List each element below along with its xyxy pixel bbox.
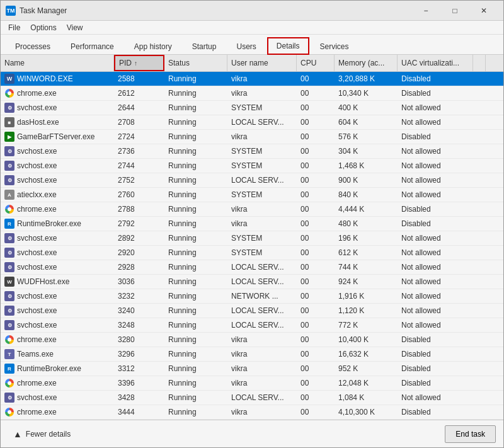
cell-uac: Disabled — [398, 362, 473, 376]
table-row[interactable]: ⚙ svchost.exe 3248 Running LOCAL SERV...… — [1, 318, 503, 333]
table-row[interactable]: ⚙ svchost.exe 3428 Running LOCAL SERV...… — [1, 391, 503, 405]
process-name: svchost.exe — [17, 248, 57, 257]
cell-pid: 2724 — [114, 130, 164, 144]
table-row[interactable]: W WUDFHost.exe 3036 Running LOCAL SERV..… — [1, 275, 503, 289]
cell-name: chrome.exe — [1, 405, 114, 419]
cell-user: LOCAL SERV... — [227, 275, 297, 289]
col-pid[interactable]: PID ↑ — [114, 55, 164, 71]
cell-user: SYSTEM — [227, 246, 297, 260]
cell-name: T Teams.exe — [1, 347, 114, 361]
col-uac[interactable]: UAC virtualizati... — [398, 55, 473, 71]
menu-options[interactable]: Options — [25, 22, 61, 33]
cell-memory: 1,468 K — [335, 159, 398, 173]
cell-name: ⚙ svchost.exe — [1, 173, 114, 187]
menu-view[interactable]: View — [62, 22, 88, 33]
table-row[interactable]: A atieclxx.exe 2760 Running SYSTEM 00 84… — [1, 188, 503, 202]
cell-user: SYSTEM — [227, 144, 297, 158]
table-row[interactable]: T Teams.exe 3296 Running vikra 00 16,632… — [1, 347, 503, 362]
cell-status: Running — [164, 231, 227, 245]
table-row[interactable]: ⚙ svchost.exe 2892 Running SYSTEM 00 196… — [1, 231, 503, 246]
cell-name: ⚙ svchost.exe — [1, 159, 114, 173]
tab-processes[interactable]: Processes — [6, 38, 60, 55]
cell-pid: 3240 — [114, 304, 164, 318]
cell-memory: 1,084 K — [335, 391, 398, 405]
col-cpu[interactable]: CPU — [297, 55, 335, 71]
fewer-details-button[interactable]: ▲ Fewer details — [8, 427, 76, 442]
cell-user: LOCAL SERV... — [227, 318, 297, 332]
cell-uac: Not allowed — [398, 173, 473, 187]
cell-user: LOCAL SERV... — [227, 260, 297, 274]
cell-memory: 16,632 K — [335, 347, 398, 361]
table-row[interactable]: chrome.exe 2788 Running vikra 00 4,444 K… — [1, 202, 503, 217]
tab-users[interactable]: Users — [227, 38, 265, 55]
cell-cpu: 00 — [297, 275, 335, 289]
close-button[interactable]: ✕ — [469, 1, 498, 21]
cell-uac: Not allowed — [398, 159, 473, 173]
cell-uac: Disabled — [398, 217, 473, 231]
col-username[interactable]: User name — [227, 55, 297, 71]
cell-name: ▶ GameBarFTServer.exe — [1, 130, 114, 144]
process-name: svchost.exe — [17, 176, 57, 185]
col-memory[interactable]: Memory (ac... — [335, 55, 398, 71]
cell-end — [473, 405, 486, 419]
table-row[interactable]: ⚙ svchost.exe 3232 Running NETWORK ... 0… — [1, 289, 503, 304]
table-row[interactable]: ▶ GameBarFTServer.exe 2724 Running vikra… — [1, 130, 503, 144]
menu-file[interactable]: File — [3, 22, 25, 33]
table-row[interactable]: chrome.exe 3280 Running vikra 00 10,400 … — [1, 333, 503, 347]
table-row[interactable]: ⚙ svchost.exe 2744 Running SYSTEM 00 1,4… — [1, 159, 503, 173]
table-row[interactable]: ⚙ svchost.exe 2928 Running LOCAL SERV...… — [1, 260, 503, 275]
tab-app-history[interactable]: App history — [125, 38, 181, 55]
table-row[interactable]: ⚙ svchost.exe 2644 Running SYSTEM 00 400… — [1, 101, 503, 115]
cell-status: Running — [164, 391, 227, 405]
cell-memory: 3,20,888 K — [335, 72, 398, 86]
tab-performance[interactable]: Performance — [61, 38, 123, 55]
table-body[interactable]: W WINWORD.EXE 2588 Running vikra 00 3,20… — [1, 72, 503, 420]
table-row[interactable]: ■ dasHost.exe 2708 Running LOCAL SERV...… — [1, 115, 503, 130]
table-row[interactable]: R RuntimeBroker.exe 3312 Running vikra 0… — [1, 362, 503, 376]
table-row[interactable]: chrome.exe 3444 Running vikra 00 4,10,30… — [1, 405, 503, 420]
table-row[interactable]: ⚙ svchost.exe 3240 Running LOCAL SERV...… — [1, 304, 503, 318]
cell-cpu: 00 — [297, 72, 335, 86]
cell-uac: Not allowed — [398, 144, 473, 158]
cell-memory: 10,400 K — [335, 333, 398, 347]
table-row[interactable]: ⚙ svchost.exe 2736 Running SYSTEM 00 304… — [1, 144, 503, 159]
col-name[interactable]: Name — [1, 55, 114, 71]
minimize-button[interactable]: − — [411, 1, 440, 21]
maximize-button[interactable]: □ — [440, 1, 469, 21]
cell-status: Running — [164, 376, 227, 390]
cell-cpu: 00 — [297, 362, 335, 376]
table-header: Name PID ↑ Status User name CPU Memory (… — [1, 55, 503, 72]
process-name: RuntimeBroker.exe — [17, 219, 81, 228]
process-name: svchost.exe — [17, 103, 57, 112]
table-row[interactable]: chrome.exe 2612 Running vikra 00 10,340 … — [1, 86, 503, 101]
tab-services[interactable]: Services — [311, 38, 358, 55]
cell-user: vikra — [227, 333, 297, 347]
cell-cpu: 00 — [297, 231, 335, 245]
cell-pid: 3232 — [114, 289, 164, 303]
cell-status: Running — [164, 347, 227, 361]
end-task-button[interactable]: End task — [445, 425, 496, 443]
table-row[interactable]: ⚙ svchost.exe 2920 Running SYSTEM 00 612… — [1, 246, 503, 260]
cell-cpu: 00 — [297, 101, 335, 115]
table-row[interactable]: W WINWORD.EXE 2588 Running vikra 00 3,20… — [1, 72, 503, 86]
cell-uac: Not allowed — [398, 289, 473, 303]
cell-memory: 576 K — [335, 130, 398, 144]
cell-user: vikra — [227, 217, 297, 231]
tab-details[interactable]: Details — [267, 37, 309, 55]
col-status[interactable]: Status — [164, 55, 227, 71]
cell-name: R RuntimeBroker.exe — [1, 362, 114, 376]
cell-pid: 2612 — [114, 86, 164, 100]
table-row[interactable]: R RuntimeBroker.exe 2792 Running vikra 0… — [1, 217, 503, 231]
cell-user: vikra — [227, 72, 297, 86]
cell-uac: Not allowed — [398, 101, 473, 115]
process-name: RuntimeBroker.exe — [17, 364, 81, 373]
cell-user: LOCAL SERV... — [227, 115, 297, 129]
table-row[interactable]: chrome.exe 3396 Running vikra 00 12,048 … — [1, 376, 503, 391]
cell-status: Running — [164, 362, 227, 376]
tab-startup[interactable]: Startup — [183, 38, 226, 55]
cell-user: SYSTEM — [227, 231, 297, 245]
cell-name: A atieclxx.exe — [1, 188, 114, 202]
cell-user: LOCAL SERV... — [227, 173, 297, 187]
table-row[interactable]: ⚙ svchost.exe 2752 Running LOCAL SERV...… — [1, 173, 503, 188]
cell-memory: 480 K — [335, 217, 398, 231]
